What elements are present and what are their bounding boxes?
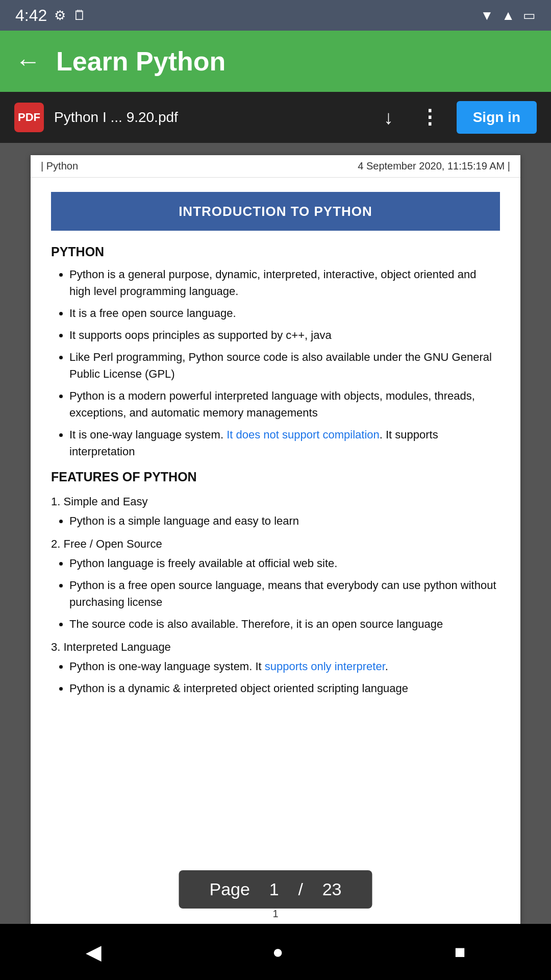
pdf-area: | Python 4 September 2020, 11:15:19 AM |… xyxy=(0,143,551,924)
pdf-header-left: | Python xyxy=(41,160,78,172)
python-bullets-list: Python is a general purpose, dynamic, in… xyxy=(69,266,500,460)
intro-banner: INTRODUCTION TO PYTHON xyxy=(51,192,500,231)
feature-1-title: 1. Simple and Easy xyxy=(51,493,500,510)
pdf-icon: PDF xyxy=(14,103,44,132)
pdf-page: | Python 4 September 2020, 11:15:19 AM |… xyxy=(31,155,520,924)
signal-icon: ▲ xyxy=(502,8,515,23)
list-item: It is a free open source language. xyxy=(69,305,500,322)
list-item: The source code is also available. There… xyxy=(69,616,500,632)
pdf-filename: Python I ... 9.20.pdf xyxy=(54,109,365,126)
pdf-content: INTRODUCTION TO PYTHON PYTHON Python is … xyxy=(31,178,520,904)
list-item: Python is a dynamic & interpreted object… xyxy=(69,680,500,697)
nav-home-button[interactable]: ● xyxy=(252,936,304,968)
sim-icon: 🗒 xyxy=(73,8,86,23)
list-item: Python is a free open source language, m… xyxy=(69,577,500,610)
page-label: Page xyxy=(210,879,250,899)
supports-interpreter-link[interactable]: supports only interpreter xyxy=(265,660,385,673)
page-current: 1 xyxy=(269,879,279,899)
pdf-page-header: | Python 4 September 2020, 11:15:19 AM | xyxy=(31,155,520,178)
status-right: ▼ ▲ ▭ xyxy=(481,8,536,23)
page-separator: / xyxy=(298,879,303,899)
feature-3-list: Python is one-way language system. It su… xyxy=(69,658,500,697)
more-options-button[interactable]: ⋮ xyxy=(412,106,446,129)
list-item: Python is a general purpose, dynamic, in… xyxy=(69,266,500,300)
sign-in-button[interactable]: Sign in xyxy=(457,101,537,134)
list-item: Like Perl programming, Python source cod… xyxy=(69,349,500,382)
status-bar: 4:42 ⚙ 🗒 ▼ ▲ ▭ xyxy=(0,0,551,31)
list-item: Python language is freely available at o… xyxy=(69,555,500,572)
list-item: Python is a modern powerful interpreted … xyxy=(69,387,500,421)
python-heading: PYTHON xyxy=(51,242,500,262)
page-total: 23 xyxy=(322,879,342,899)
wifi-icon: ▼ xyxy=(481,8,494,23)
list-item: It is one-way language system. It does n… xyxy=(69,426,500,460)
feature-3-title: 3. Interpreted Language xyxy=(51,639,500,656)
pdf-header-right: 4 September 2020, 11:15:19 AM | xyxy=(358,160,510,172)
list-item: It supports oops principles as supported… xyxy=(69,327,500,344)
feature-2-list: Python language is freely available at o… xyxy=(69,555,500,632)
download-button[interactable]: ↓ xyxy=(375,107,402,129)
app-bar: ← Learn Python xyxy=(0,31,551,92)
battery-icon: ▭ xyxy=(523,8,536,23)
back-button[interactable]: ← xyxy=(15,48,41,74)
page-indicator: Page 1 / 23 xyxy=(179,870,372,909)
page-title: Learn Python xyxy=(56,46,226,77)
nav-recents-button[interactable]: ■ xyxy=(434,936,486,968)
bottom-nav: ◀ ● ■ xyxy=(0,924,551,980)
status-time: 4:42 xyxy=(15,6,47,25)
no-compilation-link[interactable]: It does not support compilation xyxy=(227,428,380,441)
pdf-toolbar: PDF Python I ... 9.20.pdf ↓ ⋮ Sign in xyxy=(0,92,551,143)
status-left: 4:42 ⚙ 🗒 xyxy=(15,6,86,25)
feature-1-list: Python is a simple language and easy to … xyxy=(69,512,500,529)
settings-icon: ⚙ xyxy=(54,8,66,23)
features-heading: FEATURES OF PYTHON xyxy=(51,467,500,487)
feature-2-title: 2. Free / Open Source xyxy=(51,535,500,553)
list-item: Python is a simple language and easy to … xyxy=(69,512,500,529)
list-item: Python is one-way language system. It su… xyxy=(69,658,500,675)
nav-back-button[interactable]: ◀ xyxy=(65,935,122,969)
